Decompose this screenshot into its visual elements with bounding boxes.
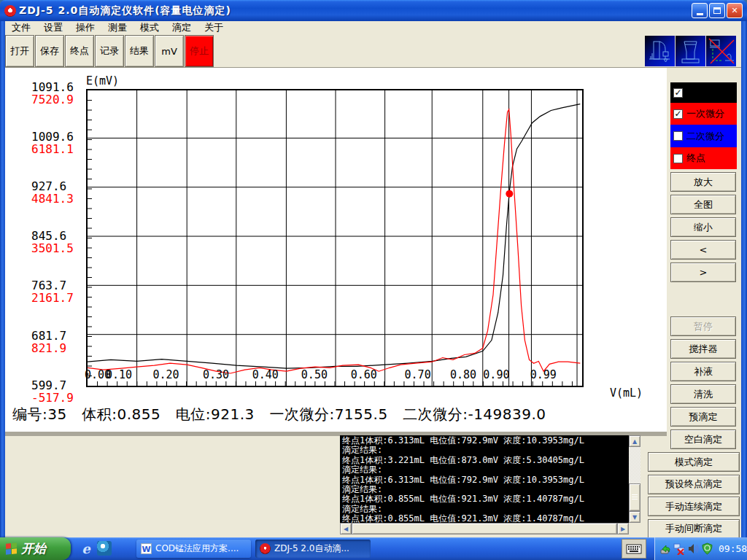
titrator-icon [645, 36, 675, 66]
mode-button-4[interactable]: 手动间断滴定 [648, 519, 740, 539]
view-button-5[interactable]: > [670, 262, 736, 282]
scroll-left-button[interactable]: ◀ [340, 523, 352, 534]
derivative-tick-label: 6181.1 [31, 143, 90, 155]
y-tick-pair: 763.72161.7 [31, 279, 90, 304]
toolbar-button-4[interactable]: 记录 [95, 35, 124, 67]
scroll-right-button[interactable]: ▶ [617, 523, 629, 534]
mode-button-1[interactable]: 模式滴定 [648, 452, 740, 472]
menu-item-3[interactable]: 操作 [69, 21, 101, 34]
view-button-2[interactable]: 全图 [670, 195, 736, 214]
action-button-1: 暂停 [670, 316, 736, 336]
window-border-right [741, 21, 747, 537]
legend-label: 二次微分 [686, 130, 724, 143]
x-tick-label: 0.50 [301, 368, 328, 381]
view-button-3[interactable]: 缩小 [670, 217, 736, 237]
removable-device-icon[interactable] [659, 542, 672, 555]
current-point-marker [506, 190, 513, 198]
e-tick-label: 927.6 [31, 180, 90, 192]
menu-item-2[interactable]: 设置 [37, 21, 69, 34]
quick-launch-icon-2[interactable] [97, 541, 112, 556]
mode-button-2[interactable]: 预设终点滴定 [648, 475, 740, 494]
task-button-2[interactable]: ZDJ-5 2.0自动滴... [255, 540, 371, 558]
network-error-icon[interactable] [673, 542, 686, 555]
action-button-2[interactable]: 搅拌器 [670, 339, 736, 359]
menu-item-4[interactable]: 测量 [101, 21, 133, 34]
x-tick-label: 0.99 [530, 368, 557, 381]
app-logo-icon [4, 5, 16, 17]
console-line: 终点1体积:0.855mL 电位值:921.3mV 浓度:1.40787mg/L [342, 514, 629, 523]
e-tick-label: 1009.6 [31, 131, 90, 143]
ie-icon[interactable]: e [79, 541, 93, 556]
windows-flag-icon [6, 542, 18, 556]
language-keyboard-icon [626, 543, 642, 554]
close-button[interactable]: ✕ [727, 3, 743, 18]
maximize-icon [713, 7, 721, 14]
action-button-4[interactable]: 清洗 [670, 384, 736, 404]
view-button-1[interactable]: 放大 [670, 172, 736, 192]
derivative-tick-label: -517.9 [31, 392, 90, 404]
console-line: 终点1体积:3.221mL 电位值:873.0mV 浓度:5.30405mg/L [342, 456, 629, 465]
minimize-icon [697, 13, 703, 15]
menu-item-5[interactable]: 模式 [133, 21, 166, 34]
console-line: 滴定结果: [342, 485, 629, 494]
titration-curves [88, 90, 582, 386]
x-tick-label: 0.10 [106, 368, 132, 381]
legend-checkbox-2[interactable]: ✓ [673, 109, 683, 119]
e-tick-label: 599.7 [31, 379, 90, 392]
y-tick-pair: 681.7821.9 [31, 330, 90, 354]
action-button-6[interactable]: 空白滴定 [670, 429, 736, 449]
toolbar-button-5[interactable]: 结果 [125, 35, 154, 67]
mode-button-3[interactable]: 手动连续滴定 [648, 497, 740, 516]
measurement-off-icon [706, 36, 736, 66]
scroll-down-button[interactable]: ▼ [629, 511, 640, 523]
volume-icon[interactable] [687, 542, 700, 555]
y-tick-pair: 845.63501.5 [31, 230, 90, 254]
x-tick-label: 0.40 [252, 368, 279, 381]
curve-一次微分 [88, 109, 580, 373]
security-shield-icon[interactable] [701, 542, 713, 555]
minimize-button[interactable] [692, 3, 708, 18]
scroll-up-button[interactable]: ▲ [629, 435, 640, 447]
toolbar: 打开保存终点记录结果mV停止 [5, 34, 741, 68]
legend-checkbox-3[interactable] [673, 131, 683, 141]
legend-item-4: 终点 [670, 147, 737, 169]
window-title: ZDJ-5 2.0自动滴定仪软件(容量电位滴定) [19, 4, 231, 18]
legend-label: 一次微分 [686, 107, 724, 120]
e-tick-label: 763.7 [31, 279, 90, 292]
toolbar-button-7[interactable]: 停止 [185, 35, 214, 67]
legend-item-3: 二次微分 [670, 125, 737, 147]
horizontal-scroll-thumb[interactable] [352, 523, 617, 534]
action-button-5[interactable]: 预滴定 [670, 407, 736, 427]
console-line: 终点1体积:6.313mL 电位值:792.9mV 浓度:10.3953mg/L [342, 436, 629, 446]
legend-checkbox-4[interactable] [673, 154, 683, 163]
menu-item-6[interactable]: 滴定 [166, 21, 198, 34]
menu-item-1[interactable]: 文件 [5, 21, 37, 34]
toolbar-button-1[interactable]: 打开 [5, 35, 34, 67]
language-bar[interactable] [622, 539, 646, 559]
y-axis-title: E(mV) [86, 74, 119, 88]
task-button-1[interactable]: WCOD锰法应用方案.... [136, 540, 251, 558]
vertical-scroll-thumb[interactable] [629, 483, 640, 511]
legend-checkbox-1[interactable]: ✓ [673, 88, 683, 98]
window-border-left [0, 21, 5, 537]
console-line: 终点1体积:0.855mL 电位值:921.3mV 浓度:1.40787mg/L [342, 494, 629, 504]
derivative-tick-label: 7520.9 [31, 93, 90, 106]
x-tick-label: 0.70 [405, 368, 431, 381]
toolbar-button-2[interactable]: 保存 [35, 35, 64, 67]
taskbar: 开始 e WCOD锰法应用方案....ZDJ-5 2.0自动滴... 0 [0, 537, 747, 560]
e-tick-label: 845.6 [31, 230, 90, 242]
zdj-app-icon [260, 543, 271, 554]
results-console[interactable]: 终点1体积:6.313mL 电位值:792.9mV 浓度:10.3953mg/L… [340, 435, 629, 523]
maximize-button[interactable] [709, 3, 725, 18]
menu-item-7[interactable]: 关于 [198, 21, 230, 34]
view-button-4[interactable]: < [670, 240, 736, 260]
toolbar-button-6[interactable]: mV [155, 35, 184, 67]
action-button-3[interactable]: 补液 [670, 362, 736, 381]
console-line: 滴定结果: [342, 505, 629, 514]
derivative-tick-label: 821.9 [31, 342, 90, 354]
derivative-tick-label: 2161.7 [31, 292, 90, 304]
x-axis-title: V(mL) [610, 386, 643, 400]
toolbar-button-3[interactable]: 终点 [65, 35, 94, 67]
start-button[interactable]: 开始 [0, 537, 71, 560]
e-tick-label: 681.7 [31, 330, 90, 342]
